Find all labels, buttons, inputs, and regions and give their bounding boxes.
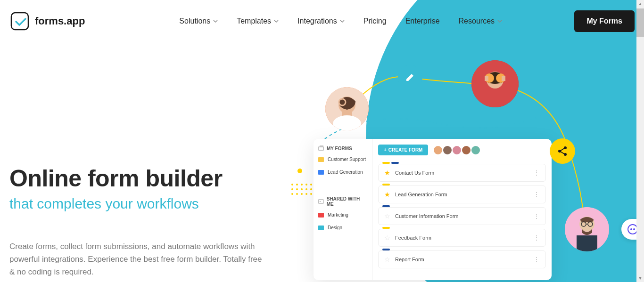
svg-rect-15: [11, 13, 28, 30]
share-icon: [557, 145, 568, 157]
hero-description: Create forms, collect form submissions, …: [9, 240, 269, 279]
nav-enterprise[interactable]: Enterprise: [405, 17, 440, 25]
share-action-circle: [550, 138, 575, 164]
main-nav: Solutions Templates Integrations Pricing…: [179, 17, 502, 25]
chevron-down-icon: [340, 19, 345, 24]
hero-subtitle: that completes your workflows: [9, 196, 635, 212]
nav-pricing[interactable]: Pricing: [363, 17, 387, 25]
site-header: forms.app Solutions Templates Integratio…: [0, 0, 644, 42]
brand-name: forms.app: [35, 15, 85, 27]
scrollbar-thumb[interactable]: [636, 8, 644, 37]
hero-section: Online form builder that completes your …: [0, 42, 644, 282]
svg-line-38: [561, 152, 564, 154]
nav-integrations[interactable]: Integrations: [297, 17, 345, 25]
scroll-up-arrow[interactable]: ▲: [636, 0, 644, 8]
brand-logo[interactable]: forms.app: [9, 11, 85, 32]
scroll-down-arrow[interactable]: ▼: [636, 274, 644, 282]
chevron-down-icon: [274, 19, 279, 24]
nav-templates[interactable]: Templates: [237, 17, 279, 25]
nav-solutions[interactable]: Solutions: [179, 17, 218, 25]
hero-title: Online form builder: [9, 165, 635, 192]
svg-line-37: [561, 148, 564, 151]
chevron-down-icon: [213, 19, 218, 24]
nav-resources[interactable]: Resources: [459, 17, 502, 25]
chevron-down-icon: [497, 19, 502, 24]
page-scrollbar[interactable]: ▲ ▼: [636, 0, 644, 282]
logo-icon: [9, 11, 30, 32]
my-forms-button[interactable]: My Forms: [574, 10, 635, 32]
